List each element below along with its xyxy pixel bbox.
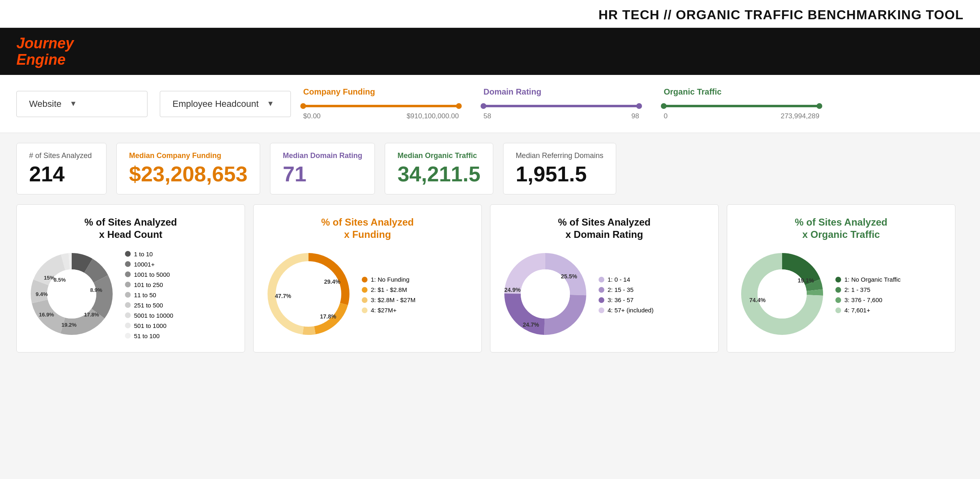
domain-rating-donut: 25.5% 24.9% 24.7%: [500, 249, 590, 341]
headcount-label: Employee Headcount: [172, 99, 259, 109]
median-referring-card: Median Referring Domains 1,951.5: [503, 143, 616, 194]
legend-item: 501 to 1000: [125, 322, 173, 329]
svg-text:9.4%: 9.4%: [36, 291, 48, 297]
domain-rating-thumb-min[interactable]: [481, 103, 486, 109]
website-arrow-icon: ▼: [70, 99, 77, 108]
svg-text:19.2%: 19.2%: [61, 322, 77, 328]
svg-text:25.5%: 25.5%: [561, 273, 577, 280]
legend-item: 3: 376 - 7,600: [835, 296, 901, 303]
svg-text:24.7%: 24.7%: [523, 321, 539, 328]
headcount-chart-title: % of Sites Analyzed x Head Count: [84, 216, 177, 241]
domain-rating-thumb-max[interactable]: [636, 103, 642, 109]
domain-rating-filter: Domain Rating 58 98: [483, 87, 639, 120]
company-funding-thumb-min[interactable]: [300, 103, 306, 109]
headcount-dropdown[interactable]: Employee Headcount ▼: [160, 91, 291, 117]
metrics-row: # of Sites Analyzed 214 Median Company F…: [0, 133, 980, 204]
domain-rating-values: 58 98: [483, 112, 639, 120]
svg-text:74.4%: 74.4%: [749, 297, 766, 303]
svg-text:15%: 15%: [44, 275, 54, 281]
organic-traffic-label: Organic Traffic: [664, 87, 819, 97]
domain-rating-chart-title: % of Sites Analyzed x Domain Rating: [558, 216, 651, 241]
funding-chart-body: 29.4% 17.8% 47.7% 1: No Funding 2: $1 - …: [263, 249, 472, 341]
header-bar: Journey Engine: [0, 28, 980, 75]
page-title-bar: HR TECH // ORGANIC TRAFFIC BENCHMARKING …: [0, 0, 980, 28]
svg-point-22: [284, 269, 333, 319]
organic-traffic-thumb-max[interactable]: [817, 103, 822, 109]
median-funding-value: $23,208,653: [129, 163, 247, 186]
company-funding-track-bar: [303, 105, 459, 107]
website-label: Website: [29, 99, 61, 109]
headcount-legend: 1 to 10 10001+ 1001 to 5000 101 to 250 1…: [125, 251, 173, 339]
legend-item: 251 to 500: [125, 302, 173, 309]
legend-item: 2: 1 - 375: [835, 286, 901, 293]
median-funding-label: Median Company Funding: [129, 151, 247, 160]
company-funding-track[interactable]: [303, 103, 459, 109]
organic-traffic-donut: 19.1% 74.4%: [737, 249, 827, 341]
domain-rating-track-bar: [483, 105, 639, 107]
median-organic-label: Median Organic Traffic: [397, 151, 480, 160]
legend-item: 1 to 10: [125, 251, 173, 258]
legend-item: 101 to 250: [125, 281, 173, 288]
legend-item: 4: 57+ (included): [599, 307, 653, 314]
funding-chart-card: % of Sites Analyzed x Funding 29.4% 17.8…: [253, 204, 482, 352]
organic-traffic-thumb-min[interactable]: [661, 103, 667, 109]
organic-traffic-chart-body: 19.1% 74.4% 1: No Organic Traffic 2: 1 -…: [737, 249, 945, 341]
legend-item: 1001 to 5000: [125, 271, 173, 278]
legend-item: 2: 15 - 35: [599, 286, 653, 293]
filters-row: Website ▼ Employee Headcount ▼ Company F…: [0, 75, 980, 133]
domain-rating-max: 98: [631, 112, 639, 120]
svg-text:8.9%: 8.9%: [90, 287, 102, 293]
legend-item: 5001 to 10000: [125, 312, 173, 319]
company-funding-thumb-max[interactable]: [456, 103, 462, 109]
logo: Journey Engine: [16, 35, 74, 68]
headcount-chart-body: 8.5% 8.9% 17.8% 19.2% 16.9% 9.4% 15% 1 t…: [27, 249, 235, 341]
headcount-donut: 8.5% 8.9% 17.8% 19.2% 16.9% 9.4% 15%: [27, 249, 117, 341]
svg-text:47.7%: 47.7%: [275, 293, 291, 299]
legend-item: 1: 0 - 14: [599, 276, 653, 283]
domain-rating-chart-body: 25.5% 24.9% 24.7% 1: 0 - 14 2: 15 - 35 3…: [500, 249, 708, 341]
organic-traffic-max: 273,994,289: [780, 112, 819, 120]
svg-text:17.8%: 17.8%: [320, 313, 336, 320]
domain-rating-min: 58: [483, 112, 491, 120]
median-referring-label: Median Referring Domains: [516, 151, 603, 160]
median-referring-value: 1,951.5: [516, 163, 603, 186]
website-dropdown[interactable]: Website ▼: [16, 91, 147, 117]
legend-item: 10001+: [125, 261, 173, 268]
page-title: HR TECH // ORGANIC TRAFFIC BENCHMARKING …: [599, 7, 964, 22]
domain-rating-legend: 1: 0 - 14 2: 15 - 35 3: 36 - 57 4: 57+ (…: [599, 276, 653, 314]
organic-traffic-min: 0: [664, 112, 667, 120]
median-domain-card: Median Domain Rating 71: [270, 143, 375, 194]
funding-donut: 29.4% 17.8% 47.7%: [263, 249, 354, 341]
funding-chart-title: % of Sites Analyzed x Funding: [321, 216, 414, 241]
legend-item: 3: 36 - 57: [599, 296, 653, 303]
median-domain-label: Median Domain Rating: [283, 151, 362, 160]
legend-item: 2: $1 - $2.8M: [362, 286, 415, 293]
organic-traffic-filter: Organic Traffic 0 273,994,289: [664, 87, 819, 120]
headcount-chart-card: % of Sites Analyzed x Head Count: [16, 204, 245, 352]
legend-item: 3: $2.8M - $27M: [362, 296, 415, 303]
organic-traffic-track[interactable]: [664, 103, 819, 109]
median-funding-card: Median Company Funding $23,208,653: [116, 143, 260, 194]
legend-item: 51 to 100: [125, 332, 173, 339]
domain-rating-chart-card: % of Sites Analyzed x Domain Rating 25.5…: [490, 204, 719, 352]
legend-item: 1: No Organic Traffic: [835, 276, 901, 283]
funding-legend: 1: No Funding 2: $1 - $2.8M 3: $2.8M - $…: [362, 276, 415, 314]
domain-rating-track[interactable]: [483, 103, 639, 109]
svg-text:16.9%: 16.9%: [39, 312, 54, 318]
svg-text:19.1%: 19.1%: [798, 277, 814, 284]
svg-text:24.9%: 24.9%: [504, 287, 521, 293]
svg-text:8.5%: 8.5%: [54, 277, 66, 283]
legend-item: 1: No Funding: [362, 276, 415, 283]
company-funding-filter: Company Funding $0.00 $910,100,000.00: [303, 87, 459, 120]
organic-traffic-track-bar: [664, 105, 819, 107]
company-funding-min: $0.00: [303, 112, 321, 120]
legend-item: 11 to 50: [125, 291, 173, 298]
legend-item: 4: 7,601+: [835, 307, 901, 314]
organic-traffic-values: 0 273,994,289: [664, 112, 819, 120]
domain-rating-label: Domain Rating: [483, 87, 639, 97]
median-organic-card: Median Organic Traffic 34,211.5: [385, 143, 493, 194]
company-funding-values: $0.00 $910,100,000.00: [303, 112, 459, 120]
company-funding-label: Company Funding: [303, 87, 459, 97]
organic-traffic-chart-title: % of Sites Analyzed x Organic Traffic: [795, 216, 887, 241]
median-domain-value: 71: [283, 163, 362, 186]
